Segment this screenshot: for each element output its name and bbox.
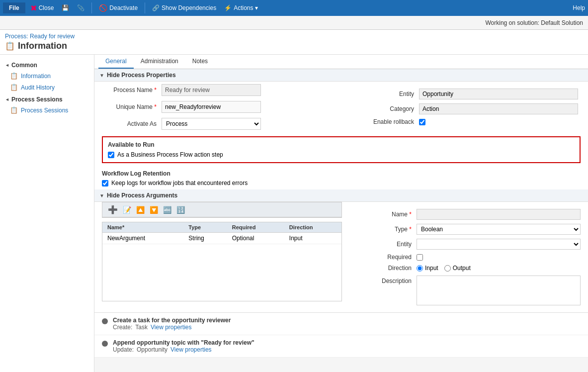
add-argument-button[interactable]: ➕ (106, 204, 119, 215)
args-section-title: Hide Process Arguments (107, 192, 177, 199)
main-layout: Common 📋 Information 📋 Audit History Pro… (0, 55, 588, 372)
process-sessions-icon: 📋 (10, 106, 18, 114)
process-name-row: Process Name * (94, 82, 349, 98)
arg-entity-row: Entity (357, 237, 581, 252)
hide-process-properties-header[interactable]: ▼ Hide Process Properties (94, 69, 588, 82)
tab-notes-label: Notes (192, 58, 208, 65)
arg-required-checkbox[interactable] (417, 254, 423, 261)
tab-bar: General Administration Notes (94, 55, 588, 69)
deactivate-button[interactable]: 🚫 Deactivate (96, 3, 141, 13)
arguments-table-container: Name* Type Required Direction NewArgumen… (102, 222, 342, 301)
category-input (419, 103, 578, 114)
activate-as-label: Activate As (102, 120, 157, 127)
actions-icon: ⚡ (224, 4, 232, 11)
direction-input-radio[interactable] (417, 265, 423, 272)
process-steps-area: Create a task for the opportunity review… (94, 312, 588, 358)
unique-name-input[interactable] (162, 101, 261, 113)
step-title-2: Append opportunity topic with "Ready for… (113, 339, 581, 346)
step-bullet-2 (102, 341, 108, 347)
arg-type-select[interactable]: Boolean (417, 224, 581, 235)
tab-general[interactable]: General (98, 55, 134, 69)
workflow-log-label: Keep logs for workflow jobs that encount… (111, 180, 248, 186)
deactivate-label: Deactivate (109, 4, 138, 11)
save-button[interactable]: 💾 (59, 3, 72, 12)
arg-description-label: Description (357, 278, 412, 284)
tab-administration[interactable]: Administration (134, 55, 185, 69)
show-dependencies-button[interactable]: 🔗 Show Dependencies (149, 3, 219, 12)
arg-name-row: Name * (357, 207, 581, 222)
entity-row: Entity (359, 87, 578, 101)
col-direction: Direction (284, 222, 341, 233)
content-wrapper: General Administration Notes ▼ Hide Proc… (94, 55, 588, 372)
arg-name-input[interactable] (417, 209, 581, 220)
properties-layout: Process Name * Unique Name * (94, 82, 588, 132)
close-button[interactable]: ✖ Close (27, 2, 57, 14)
actions-label: Actions ▾ (234, 4, 258, 11)
toolbar-divider-1 (91, 2, 92, 13)
hide-process-arguments-header[interactable]: ▼ Hide Process Arguments (94, 189, 588, 202)
toolbar-divider-2 (145, 2, 145, 13)
category-row: Category (359, 101, 578, 116)
info-title: 📋 Information (5, 41, 75, 51)
available-to-run-box: Available to Run As a Business Process F… (102, 136, 581, 163)
arg-description-textarea[interactable] (417, 276, 581, 305)
step-row-1: Create a task for the opportunity review… (94, 313, 588, 335)
entity-input (419, 89, 578, 99)
sidebar-item-information[interactable]: 📋 Information (0, 70, 94, 82)
sort-za-button[interactable]: 🔢 (175, 205, 186, 214)
step-action-2: Update: (113, 346, 134, 353)
bpf-checkbox[interactable] (108, 152, 114, 158)
arguments-table-header: Name* Type Required Direction (102, 222, 341, 233)
workflow-log-checkbox-row: Keep logs for workflow jobs that encount… (102, 180, 581, 186)
step-entity-1: Task (135, 324, 148, 331)
process-name-input[interactable] (162, 84, 261, 96)
argument-direction: Input (284, 233, 341, 244)
enable-rollback-checkbox[interactable] (419, 119, 425, 125)
actions-button[interactable]: ⚡ Actions ▾ (221, 3, 261, 12)
direction-output-option[interactable]: Output (444, 265, 471, 272)
argument-name: NewArgument (102, 233, 183, 244)
sidebar-item-information-label: Information (21, 73, 51, 80)
step-view-props-2[interactable]: View properties (170, 346, 212, 353)
arg-direction-label: Direction (357, 265, 412, 272)
save-icon: 💾 (62, 4, 69, 11)
activate-as-select[interactable]: Process (162, 118, 261, 130)
available-to-run-title: Available to Run (108, 141, 575, 148)
step-bullet-1 (102, 318, 108, 324)
arguments-toolbar: ➕ 📝 🔼 🔽 🔤 🔢 (102, 202, 341, 217)
step-entity-2: Opportunity (137, 346, 168, 353)
info-icon: 📋 (5, 41, 15, 51)
move-down-button[interactable]: 🔽 (148, 205, 160, 214)
category-label: Category (359, 105, 414, 112)
tab-notes[interactable]: Notes (185, 55, 215, 69)
attach-button[interactable]: 📎 (74, 3, 87, 12)
sidebar-item-process-sessions[interactable]: 📋 Process Sessions (0, 104, 94, 116)
arg-entity-select[interactable] (417, 239, 581, 250)
workflow-log-checkbox[interactable] (102, 180, 108, 186)
info-title-text: Information (18, 41, 67, 51)
direction-input-option[interactable]: Input (417, 265, 438, 272)
direction-output-radio[interactable] (444, 265, 451, 272)
right-column: Entity Category Enable rollback (349, 82, 588, 132)
sort-az-button[interactable]: 🔤 (162, 205, 173, 214)
arg-name-label: Name * (357, 211, 412, 218)
argument-edit-panel: Name * Type * Boolea (349, 202, 588, 312)
information-icon: 📋 (10, 72, 18, 80)
process-name-label: Process Name * (102, 87, 157, 93)
show-dependencies-label: Show Dependencies (162, 4, 216, 11)
argument-row[interactable]: NewArgument String Optional Input (102, 233, 341, 244)
file-button[interactable]: File (3, 2, 25, 13)
edit-argument-button[interactable]: 📝 (121, 205, 133, 214)
step-action-1: Create: (113, 324, 132, 331)
sidebar-process-sessions-section: Process Sessions (0, 93, 94, 104)
unique-name-label: Unique Name * (102, 103, 157, 110)
help-button[interactable]: Help (573, 4, 585, 11)
sidebar-item-audit-label: Audit History (21, 84, 55, 91)
solution-text: Working on solution: Default Solution (485, 19, 583, 26)
sidebar-item-audit-history[interactable]: 📋 Audit History (0, 82, 94, 93)
collapse-arrow: ▼ (99, 73, 104, 78)
entity-label: Entity (359, 91, 414, 97)
step-row-2: Append opportunity topic with "Ready for… (94, 335, 588, 358)
move-up-button[interactable]: 🔼 (135, 205, 146, 214)
step-view-props-1[interactable]: View properties (151, 324, 192, 331)
